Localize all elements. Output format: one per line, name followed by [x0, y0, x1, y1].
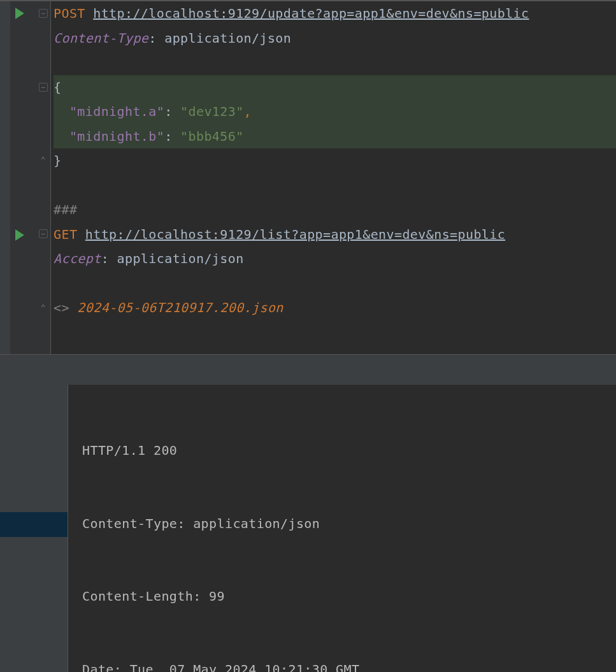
panel-divider	[0, 354, 616, 385]
request-url[interactable]: http://localhost:9129/list?app=app1&env=…	[85, 227, 505, 242]
http-method: GET	[54, 227, 77, 242]
response-header: Content-Type: application/json	[82, 511, 616, 536]
request-url[interactable]: http://localhost:9129/update?app=app1&en…	[93, 6, 529, 21]
response-panel: HTTP/1.1 200 Content-Type: application/j…	[0, 385, 616, 672]
header-name: Accept	[54, 251, 101, 266]
code-line: GET http://localhost:9129/list?app=app1&…	[54, 222, 616, 247]
code-line	[54, 173, 616, 198]
code-content[interactable]: POST http://localhost:9129/update?app=ap…	[51, 1, 616, 354]
code-line	[54, 50, 616, 75]
json-value: "bbb456"	[180, 129, 244, 144]
fold-end-icon[interactable]: ⌃	[39, 155, 48, 164]
editor-gutter: − − ⌃ − ⌃	[0, 1, 51, 354]
json-key: "midnight.b"	[69, 129, 164, 144]
header-value: application/json	[164, 31, 291, 46]
code-line: }	[54, 148, 616, 173]
fold-start-icon[interactable]: −	[39, 229, 48, 238]
json-value: "dev123"	[180, 104, 244, 119]
fold-start-icon[interactable]: −	[39, 83, 48, 92]
code-line: Content-Type: application/json	[54, 26, 616, 51]
response-status: HTTP/1.1 200	[82, 438, 616, 463]
json-key: "midnight.a"	[69, 104, 164, 119]
fold-end-icon[interactable]: ⌃	[39, 303, 48, 312]
header-value: application/json	[117, 251, 244, 266]
request-separator: ###	[54, 202, 77, 217]
run-request-icon[interactable]	[15, 8, 24, 19]
response-header: Date: Tue, 07 May 2024 10:21:30 GMT	[82, 657, 616, 673]
code-line: "midnight.a": "dev123",	[54, 99, 616, 124]
code-line: {	[54, 75, 616, 100]
response-content[interactable]: HTTP/1.1 200 Content-Type: application/j…	[68, 385, 616, 672]
response-gutter	[0, 385, 68, 672]
response-marker: <>	[54, 300, 69, 315]
code-line	[54, 320, 616, 345]
code-line: "midnight.b": "bbb456"	[54, 124, 616, 149]
code-line	[54, 271, 616, 296]
run-request-icon[interactable]	[15, 229, 24, 241]
code-line: Accept: application/json	[54, 247, 616, 271]
response-header: Content-Length: 99	[82, 584, 616, 609]
json-brace: {	[54, 80, 61, 95]
code-line: POST http://localhost:9129/update?app=ap…	[54, 1, 616, 26]
fold-start-icon[interactable]: −	[39, 9, 48, 18]
code-editor[interactable]: − − ⌃ − ⌃ POST http://localhost:9129/upd…	[0, 1, 616, 354]
code-line: ###	[54, 197, 616, 222]
header-name: Content-Type	[54, 31, 148, 46]
http-method: POST	[54, 6, 85, 21]
code-line: <> 2024-05-06T210917.200.json	[54, 296, 616, 320]
json-brace: }	[54, 153, 61, 168]
response-file-link[interactable]: 2024-05-06T210917.200.json	[77, 300, 283, 315]
